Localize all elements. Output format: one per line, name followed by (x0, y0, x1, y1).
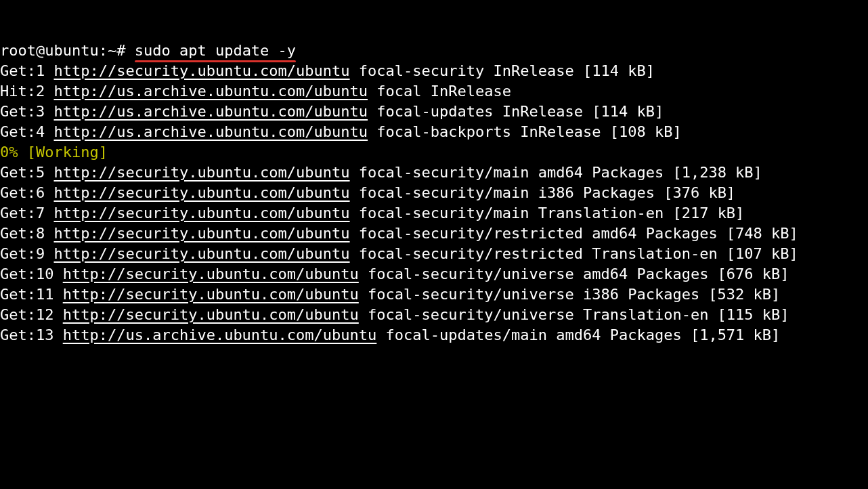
output-line: Get:4 http://us.archive.ubuntu.com/ubunt… (0, 122, 868, 142)
line-prefix: Get:4 (0, 123, 53, 140)
line-prefix: Get:7 (0, 205, 53, 221)
line-prefix: Hit:2 (0, 83, 53, 100)
output-line: Get:13 http://us.archive.ubuntu.com/ubun… (0, 325, 868, 345)
repository-url[interactable]: http://us.archive.ubuntu.com/ubuntu (53, 103, 368, 120)
line-prefix: Get:1 (0, 62, 53, 79)
output-line: Get:10 http://security.ubuntu.com/ubuntu… (0, 264, 868, 284)
output-line: Hit:2 http://us.archive.ubuntu.com/ubunt… (0, 81, 868, 102)
line-suffix: focal InRelease (368, 83, 511, 100)
line-suffix: focal-security/restricted amd64 Packages… (350, 225, 798, 242)
output-line: Get:12 http://security.ubuntu.com/ubuntu… (0, 305, 868, 325)
line-prefix: Get:13 (0, 326, 63, 343)
line-suffix: focal-updates/main amd64 Packages [1,571… (376, 326, 780, 343)
repository-url[interactable]: http://security.ubuntu.com/ubuntu (63, 306, 359, 323)
terminal-output[interactable]: root@ubuntu:~# sudo apt update -yGet:1 h… (0, 0, 868, 366)
output-line: Get:7 http://security.ubuntu.com/ubuntu … (0, 203, 868, 224)
line-suffix: focal-security/main i386 Packages [376 k… (350, 184, 736, 201)
repository-url[interactable]: http://us.archive.ubuntu.com/ubuntu (53, 123, 368, 140)
line-prefix: Get:8 (0, 225, 53, 242)
line-prefix: Get:6 (0, 184, 53, 201)
line-suffix: focal-security/main Translation-en [217 … (350, 205, 745, 221)
line-suffix: focal-updates InRelease [114 kB] (368, 103, 664, 120)
line-prefix: Get:3 (0, 103, 53, 120)
line-prefix: Get:11 (0, 286, 63, 303)
line-suffix: focal-security/universe i386 Packages [5… (359, 286, 781, 303)
output-line: Get:9 http://security.ubuntu.com/ubuntu … (0, 244, 868, 264)
output-line: Get:6 http://security.ubuntu.com/ubuntu … (0, 183, 868, 203)
entered-command: sudo apt update -y (135, 41, 296, 61)
output-line: 0% [Working] (0, 142, 868, 163)
repository-url[interactable]: http://security.ubuntu.com/ubuntu (53, 184, 349, 201)
repository-url[interactable]: http://us.archive.ubuntu.com/ubuntu (53, 83, 368, 100)
line-suffix: focal-security/universe Translation-en [… (359, 306, 789, 323)
output-line: Get:8 http://security.ubuntu.com/ubuntu … (0, 224, 868, 244)
line-prefix: Get:5 (0, 164, 53, 181)
repository-url[interactable]: http://us.archive.ubuntu.com/ubuntu (63, 326, 377, 343)
repository-url[interactable]: http://security.ubuntu.com/ubuntu (63, 286, 359, 303)
repository-url[interactable]: http://security.ubuntu.com/ubuntu (63, 265, 359, 282)
output-line: Get:1 http://security.ubuntu.com/ubuntu … (0, 61, 868, 81)
repository-url[interactable]: http://security.ubuntu.com/ubuntu (53, 164, 349, 181)
repository-url[interactable]: http://security.ubuntu.com/ubuntu (53, 245, 349, 262)
line-prefix: Get:12 (0, 306, 63, 323)
line-prefix: Get:10 (0, 265, 63, 282)
line-suffix: focal-backports InRelease [108 kB] (368, 123, 682, 140)
output-line: Get:3 http://us.archive.ubuntu.com/ubunt… (0, 102, 868, 122)
repository-url[interactable]: http://security.ubuntu.com/ubuntu (53, 205, 349, 221)
line-suffix: focal-security/universe amd64 Packages [… (359, 265, 789, 282)
line-suffix: focal-security/main amd64 Packages [1,23… (350, 164, 762, 181)
repository-url[interactable]: http://security.ubuntu.com/ubuntu (53, 225, 349, 242)
shell-prompt: root@ubuntu:~# (0, 42, 135, 59)
line-prefix: Get:9 (0, 245, 53, 262)
apt-status: 0% [Working] (0, 144, 108, 161)
line-suffix: focal-security/restricted Translation-en… (350, 245, 798, 262)
output-line: Get:11 http://security.ubuntu.com/ubuntu… (0, 284, 868, 305)
repository-url[interactable]: http://security.ubuntu.com/ubuntu (53, 62, 349, 79)
output-line: Get:5 http://security.ubuntu.com/ubuntu … (0, 163, 868, 183)
command-line: root@ubuntu:~# sudo apt update -y (0, 41, 868, 61)
line-suffix: focal-security InRelease [114 kB] (350, 62, 655, 79)
